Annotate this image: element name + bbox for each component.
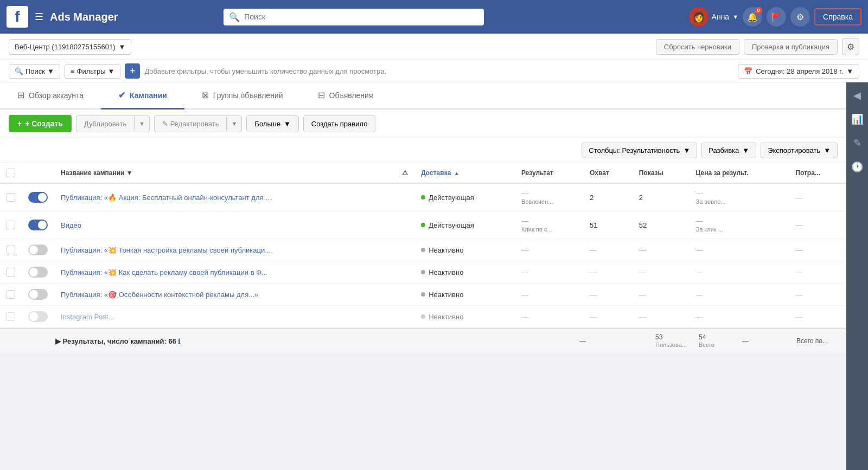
ads-icon: ⊟: [318, 90, 325, 100]
spend-value: —: [795, 291, 802, 299]
cpr-value: —: [696, 189, 703, 197]
tab-ads-label: Объявления: [329, 91, 373, 100]
status-dot-gray: [421, 314, 425, 319]
row-checkbox[interactable]: [7, 221, 15, 229]
content-area: ⊞ Обзор аккаунта ✔ Кампании ⊠ Группы объ…: [0, 82, 846, 470]
toolbar-settings-button[interactable]: ⚙: [842, 38, 859, 55]
cpr-value: —: [696, 268, 703, 276]
chevron-down-icon: ▼: [824, 146, 831, 154]
campaign-toggle[interactable]: [28, 220, 48, 230]
row-checkbox[interactable]: [7, 290, 15, 299]
info-icon: ℹ: [178, 338, 181, 345]
chevron-down-icon: ▼: [47, 67, 54, 75]
chevron-down-icon: ▼: [108, 67, 115, 75]
delivery-status: Действующая: [421, 221, 508, 229]
history-icon[interactable]: 🕐: [848, 158, 866, 176]
account-name: Веб-Центр (119180275155601): [15, 43, 115, 51]
flag-button[interactable]: 🚩: [767, 7, 786, 27]
campaign-toggle[interactable]: [28, 311, 48, 322]
table-row: Instagram Post... Неактивно — — — — —: [0, 306, 846, 328]
col-cpr: Цена за результ.: [690, 163, 789, 183]
row-checkbox[interactable]: [7, 246, 15, 254]
reach-value: 51: [583, 211, 633, 239]
campaign-toggle[interactable]: [28, 192, 48, 203]
tab-overview[interactable]: ⊞ Обзор аккаунта: [0, 82, 101, 110]
export-button[interactable]: Экспортировать ▼: [761, 143, 838, 158]
search-bar[interactable]: 🔍: [224, 9, 484, 25]
cpr-value: —: [696, 291, 703, 299]
col-warn: ⚠: [395, 163, 414, 183]
edit-button[interactable]: ✎ Редактировать: [155, 116, 226, 132]
col-delivery[interactable]: Доставка ▲: [414, 163, 515, 183]
footer-reach: 53Пользова...: [655, 333, 699, 349]
user-profile[interactable]: 👩 Анна ▼: [689, 7, 738, 27]
columns-bar: Столбцы: Результативность ▼ Разбивка ▼ Э…: [0, 138, 846, 163]
spend-value: —: [795, 221, 802, 229]
more-button[interactable]: Больше ▼: [246, 115, 298, 132]
tab-campaigns-label: Кампании: [130, 91, 167, 100]
create-button[interactable]: + + Создать: [9, 115, 72, 132]
select-all-checkbox[interactable]: [7, 169, 15, 177]
table-row: Видео Действующая — Клик по с...: [0, 211, 846, 239]
tab-campaigns[interactable]: ✔ Кампании: [101, 82, 184, 110]
campaigns-table: Название кампании ▼ ⚠ Доставка ▲ Результ…: [0, 163, 846, 353]
facebook-logo: f: [7, 6, 28, 28]
hamburger-menu-icon[interactable]: ☰: [35, 11, 43, 23]
spend-value: —: [795, 246, 802, 254]
chevron-down-icon: ▼: [742, 146, 749, 154]
collapse-panel-icon[interactable]: ◀: [848, 87, 866, 104]
search-filter-button[interactable]: 🔍 Поиск ▼: [9, 64, 60, 79]
date-selector[interactable]: 📅 Сегодня: 28 апреля 2018 г. ▼: [738, 64, 859, 79]
nav-right: 👩 Анна ▼ 🔔 8 🚩 ⚙ Справка: [689, 7, 861, 27]
campaign-toggle[interactable]: [28, 289, 48, 300]
campaign-name-link[interactable]: Instagram Post...: [61, 313, 114, 321]
campaign-name-link[interactable]: Публикация: «🔥 Акция: Бесплатный онлайн-…: [61, 194, 272, 202]
account-selector[interactable]: Веб-Центр (119180275155601) ▼: [9, 39, 131, 55]
duplicate-button[interactable]: Дублировать: [76, 116, 134, 132]
campaign-name-link[interactable]: Публикация: «🎯 Особенности контекстной р…: [61, 291, 258, 299]
status-dot-green: [421, 195, 425, 199]
main-area: ⊞ Обзор аккаунта ✔ Кампании ⊠ Группы объ…: [0, 82, 868, 470]
footer-impressions: 54Всего: [699, 333, 742, 349]
delivery-status: Неактивно: [421, 291, 508, 299]
spend-value: —: [795, 268, 802, 276]
reach-value: —: [590, 246, 597, 254]
row-checkbox[interactable]: [7, 268, 15, 276]
result-value: —: [521, 313, 528, 321]
calendar-icon: 📅: [744, 67, 752, 75]
help-button[interactable]: Справка: [814, 8, 861, 25]
result-value: —: [521, 217, 528, 225]
cpr-value: —: [696, 313, 703, 321]
row-checkbox[interactable]: [7, 193, 15, 202]
notifications-bell-button[interactable]: 🔔 8: [743, 7, 762, 27]
duplicate-dropdown[interactable]: ▼: [134, 117, 149, 131]
filters-button[interactable]: ≡ Фильтры ▼: [65, 64, 120, 79]
campaign-name-link[interactable]: Публикация: «💥 Как сделать рекламу своей…: [61, 268, 267, 276]
tab-adsets[interactable]: ⊠ Группы объявлений: [184, 82, 301, 110]
delivery-status: Неактивно: [421, 268, 508, 276]
campaign-toggle[interactable]: [28, 244, 48, 255]
campaign-name-link[interactable]: Видео: [61, 221, 81, 229]
table-row: Публикация: «💥 Тонкая настройка рекламы …: [0, 239, 846, 261]
chart-icon[interactable]: 📊: [848, 111, 866, 128]
row-checkbox[interactable]: [7, 312, 15, 321]
check-publish-button[interactable]: Проверка и публикация: [744, 39, 838, 55]
cpr-value: —: [696, 217, 703, 225]
campaign-name-link[interactable]: Публикация: «💥 Тонкая настройка рекламы …: [61, 246, 271, 254]
edit-dropdown[interactable]: ▼: [226, 117, 241, 131]
edit-panel-icon[interactable]: ✎: [848, 134, 866, 152]
campaign-toggle[interactable]: [28, 267, 48, 278]
create-rule-button[interactable]: Создать правило: [303, 115, 376, 132]
reach-value: —: [590, 313, 597, 321]
side-panel: ◀ 📊 ✎ 🕐: [846, 82, 868, 470]
breakdown-button[interactable]: Разбивка ▼: [701, 143, 756, 158]
columns-button[interactable]: Столбцы: Результативность ▼: [582, 143, 697, 158]
tab-adsets-label: Группы объявлений: [213, 91, 283, 100]
chevron-down-icon: ▼: [846, 67, 853, 75]
search-input[interactable]: [244, 12, 478, 21]
settings-button[interactable]: ⚙: [790, 7, 810, 27]
tab-ads[interactable]: ⊟ Объявления: [301, 82, 391, 110]
add-filter-button[interactable]: +: [125, 63, 140, 79]
reset-drafts-button[interactable]: Сбросить черновики: [656, 39, 739, 55]
gear-icon: ⚙: [796, 12, 804, 22]
